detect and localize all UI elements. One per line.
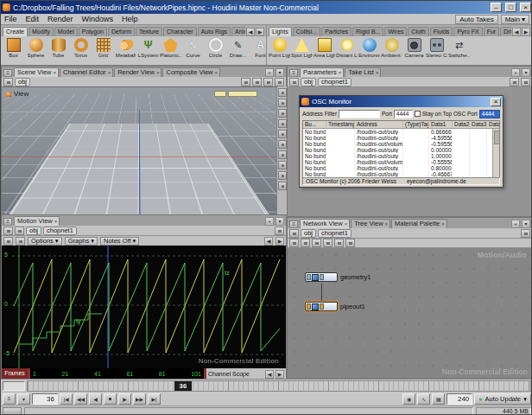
shelf-tab[interactable]: Rigid B... — [352, 27, 383, 36]
osc-column-header[interactable]: Timestamp — [326, 121, 355, 128]
shelf-tab[interactable]: Texture — [136, 27, 162, 36]
lock-icon[interactable] — [521, 78, 530, 86]
node-geometry1[interactable]: geometry1 — [305, 272, 370, 282]
options-dropdown[interactable]: Options▾ — [28, 237, 62, 246]
update-mode-dropdown[interactable]: ● Auto Update ▾ — [474, 393, 531, 405]
shelf-tool[interactable]: Curve — [182, 37, 204, 64]
pane-tab[interactable]: Network View× — [300, 219, 350, 228]
close-icon[interactable]: × — [156, 68, 160, 77]
add-tab-icon[interactable]: + — [511, 68, 520, 77]
shelf-tool[interactable]: Stereo Ca... — [426, 37, 447, 64]
pane-tab[interactable]: Take List× — [345, 67, 381, 77]
node-bypass-flag[interactable] — [307, 303, 311, 310]
shelf-tool[interactable]: Metaball — [115, 37, 136, 64]
transport-button[interactable]: |◀ — [60, 393, 73, 405]
pane-menu-icon[interactable]: ≡ — [3, 69, 12, 77]
shelf-tab[interactable]: Cloth — [408, 27, 428, 36]
path-segment-chopnet1[interactable]: chopnet1 — [318, 78, 352, 86]
shelf-tab[interactable]: Drive S... — [500, 27, 511, 36]
path-history-icon[interactable] — [289, 229, 299, 238]
shelf-tab[interactable]: Fluids — [430, 27, 453, 36]
shelf-tool[interactable]: Torus — [70, 37, 92, 64]
range-start-field[interactable] — [3, 381, 25, 391]
shelf-tool[interactable]: Platonic... — [160, 37, 181, 64]
status-toggle-button[interactable] — [3, 407, 22, 415]
osc-column-header[interactable]: Bu... — [303, 121, 326, 128]
pin-icon[interactable] — [510, 78, 519, 86]
stay-on-top-checkbox[interactable] — [415, 111, 421, 117]
osc-monitor-window[interactable]: OSC Monitor × Address Filter Port 4444 S… — [299, 95, 504, 188]
shelf-tab[interactable]: Collisi... — [293, 27, 321, 36]
osc-table-row[interactable]: No bundle/houdini-out/outy1.00000 — [303, 153, 499, 159]
osc-table-row[interactable]: No bundle/houdini-out/outy0.00000 — [303, 147, 499, 153]
scroll-right-icon[interactable]: ▶ — [276, 237, 284, 246]
playbar-button[interactable]: ▦ — [432, 393, 445, 405]
shelf-tool[interactable]: Switche... — [448, 37, 470, 64]
pane-tab[interactable]: Channel Editor× — [60, 67, 113, 77]
osc-column-header[interactable]: Data2 — [453, 121, 470, 128]
viewport-tool-button[interactable] — [278, 130, 287, 138]
current-frame-marker[interactable]: 36 — [174, 381, 192, 391]
node-body[interactable] — [305, 272, 338, 282]
shelf-tab[interactable]: Model — [54, 27, 78, 36]
port-input[interactable]: 4444 — [394, 110, 413, 118]
osc-table-scrollbar[interactable] — [492, 129, 499, 177]
scene-toolbar-button[interactable] — [241, 78, 250, 86]
minimize-button[interactable]: – — [491, 3, 502, 12]
transport-button[interactable]: ▶▶ — [133, 393, 146, 405]
auto-takes-button[interactable]: Auto Takes — [455, 15, 497, 24]
shelf-scroll-right-icon[interactable]: ▶ — [522, 28, 530, 36]
path-segment-obj[interactable]: obj — [15, 78, 30, 86]
osc-port-input[interactable]: 4444 — [479, 110, 500, 118]
playbar-button[interactable]: ≡ — [3, 393, 16, 405]
address-filter-input[interactable] — [339, 110, 380, 118]
shelf-tab[interactable]: Character — [163, 27, 197, 36]
pane-menu-icon[interactable]: ≡ — [289, 220, 298, 228]
playbar-button[interactable]: ▾ — [17, 393, 30, 405]
network-tool-button[interactable] — [289, 239, 299, 247]
shelf-tab[interactable]: Particles — [321, 27, 352, 36]
viewport-tool-button[interactable] — [278, 171, 287, 180]
shelf-tool[interactable]: Box — [3, 37, 24, 64]
shelf-tool[interactable]: Environm... — [358, 37, 380, 64]
playbar-button[interactable]: ∿ — [417, 393, 430, 405]
node-wire[interactable] — [321, 284, 322, 302]
shelf-tab[interactable]: Wires — [384, 27, 407, 36]
osc-column-header[interactable]: Data4 — [487, 121, 500, 128]
timeline-ruler[interactable]: 36 — [27, 380, 531, 392]
osc-titlebar[interactable]: OSC Monitor × — [300, 96, 503, 107]
viewport-tool-button[interactable] — [278, 109, 287, 118]
path-segment-obj[interactable]: obj — [301, 229, 316, 238]
shelf-tab[interactable]: Modify — [28, 27, 54, 36]
network-tool-button[interactable] — [323, 239, 332, 247]
menu-item[interactable]: Render — [48, 15, 73, 23]
viewport-tool-button[interactable] — [278, 161, 287, 169]
scope-prev-icon[interactable]: ◀ — [265, 370, 274, 379]
osc-column-header[interactable]: Data1 — [429, 121, 453, 128]
add-tab-icon[interactable]: + — [265, 68, 274, 77]
scope-next-icon[interactable]: ▶ — [276, 370, 284, 379]
close-icon[interactable]: × — [345, 220, 348, 228]
current-frame-field[interactable]: 36 — [32, 393, 58, 405]
network-tool-button[interactable] — [345, 239, 355, 247]
osc-table-row[interactable]: No bundle/houdini-out/volume-0.55556 — [303, 159, 499, 165]
transport-button[interactable]: ◀◀ — [74, 393, 87, 405]
main-take-dropdown[interactable]: Main▾ — [501, 15, 529, 24]
pane-tab[interactable]: Tree View× — [351, 219, 390, 228]
pane-options-icon[interactable]: ▾ — [276, 68, 284, 77]
transport-button[interactable]: ◀ — [89, 393, 102, 405]
transport-button[interactable]: ▶ — [118, 393, 131, 405]
viewport-tool-button[interactable] — [278, 182, 287, 190]
shelf-tool[interactable]: Draw... — [227, 37, 249, 64]
path-up-icon[interactable] — [15, 227, 24, 235]
shelf-tool[interactable]: Point Light — [269, 37, 290, 64]
menu-item[interactable]: Edit — [26, 15, 40, 23]
pane-options-icon[interactable]: ▾ — [522, 68, 530, 77]
close-icon[interactable]: × — [385, 220, 389, 228]
playbar-button[interactable]: ◉ — [402, 393, 415, 405]
transport-button[interactable]: ■ — [104, 393, 117, 405]
add-tab-icon[interactable]: + — [511, 220, 520, 228]
path-segment-obj[interactable]: obj — [26, 227, 41, 235]
shelf-tab[interactable]: Lights — [269, 27, 292, 36]
shelf-tool[interactable]: LSystem — [137, 37, 159, 64]
